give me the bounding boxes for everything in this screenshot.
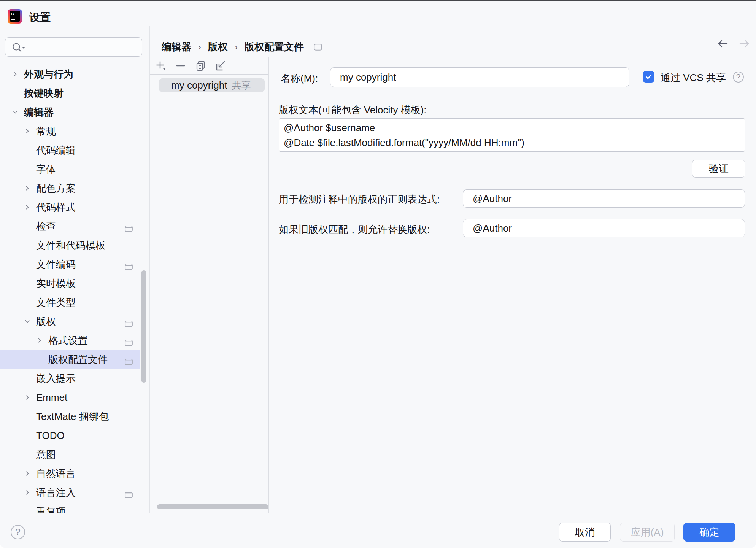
toolbar-separator (150, 74, 268, 75)
vcs-share-label: 通过 VCS 共享 (661, 71, 726, 84)
profile-name: my copyright (171, 79, 227, 91)
settings-dialog: IJ 设置 外观与行为按键映射编辑器常规代码编辑字体配色方案代码样式检查文件和代… (0, 0, 756, 548)
sidebar-item[interactable]: Emmet (0, 388, 140, 407)
sidebar-item-label: 意图 (36, 448, 56, 461)
sidebar-item-label: Emmet (36, 392, 67, 404)
header-separator (150, 57, 756, 57)
sidebar-item-label: 编辑器 (24, 106, 54, 119)
sidebar-item[interactable]: 重复项 (0, 502, 140, 513)
chevron-right-icon[interactable] (24, 185, 31, 191)
sidebar-item-label: 文件编码 (36, 258, 76, 271)
sidebar-item-label: TextMate 捆绑包 (36, 410, 109, 423)
validate-button[interactable]: 验证 (692, 160, 745, 178)
sidebar-item[interactable]: 按键映射 (0, 84, 140, 103)
sidebar-item-label: 格式设置 (48, 334, 88, 347)
profiles-divider (268, 57, 269, 513)
dialog-title: 设置 (29, 10, 51, 25)
chevron-right-icon[interactable] (24, 394, 31, 400)
sidebar-item[interactable]: 意图 (0, 445, 140, 464)
profile-shared-badge: 共享 (232, 79, 251, 92)
copyright-line: @Date $file.lastModified.format("yyyy/MM… (284, 135, 740, 150)
settings-window-icon (125, 356, 133, 368)
search-icon (12, 43, 26, 52)
sidebar-item-label: 自然语言 (36, 467, 76, 480)
vcs-share-checkbox[interactable] (643, 71, 654, 83)
duplicate-icon[interactable] (194, 59, 208, 73)
back-arrow-icon[interactable] (717, 39, 728, 48)
footer-separator (0, 513, 756, 513)
sidebar-item[interactable]: TODO (0, 426, 140, 445)
ok-button[interactable]: 确定 (683, 523, 735, 542)
breadcrumb-editor[interactable]: 编辑器 (162, 40, 191, 54)
sidebar-item[interactable]: 文件编码 (0, 255, 140, 274)
profile-list-item[interactable]: my copyright 共享 (159, 78, 265, 92)
sidebar-item-label: 文件和代码模板 (36, 239, 105, 252)
sidebar-item[interactable]: 实时模板 (0, 274, 140, 293)
sidebar-item[interactable]: 文件类型 (0, 293, 140, 312)
checkmark-icon (645, 73, 653, 81)
chevron-right-icon[interactable] (24, 128, 31, 134)
sidebar-item-label: 外观与行为 (24, 68, 73, 81)
regex-detect-input[interactable] (463, 189, 745, 208)
breadcrumb: 编辑器 › 版权 › 版权配置文件 (162, 40, 322, 54)
sidebar-item[interactable]: 代码编辑 (0, 141, 140, 160)
add-icon[interactable] (154, 59, 167, 73)
forward-arrow-icon[interactable] (739, 39, 750, 48)
copyright-text-editor[interactable]: @Author $username @Date $file.lastModifi… (279, 118, 745, 152)
sidebar-item[interactable]: 版权配置文件 (0, 350, 140, 369)
sidebar-item-label: TODO (36, 430, 65, 442)
breadcrumb-separator: › (235, 42, 238, 52)
sidebar-item[interactable]: TextMate 捆绑包 (0, 407, 140, 426)
sidebar-item[interactable]: 常规 (0, 122, 140, 141)
sidebar-item-label: 配色方案 (36, 182, 76, 195)
sidebar-item[interactable]: 检查 (0, 217, 140, 236)
sidebar-item[interactable]: 外观与行为 (0, 65, 140, 84)
sidebar-item[interactable]: 语言注入 (0, 483, 140, 502)
sidebar-item-label: 代码编辑 (36, 144, 76, 157)
sidebar-item[interactable]: 编辑器 (0, 103, 140, 122)
name-label: 名称(M): (281, 72, 318, 85)
sidebar-item[interactable]: 自然语言 (0, 464, 140, 483)
sidebar-item-label: 版权 (36, 315, 56, 328)
name-input[interactable] (330, 67, 629, 87)
settings-window-icon (125, 223, 133, 235)
sidebar-item[interactable]: 配色方案 (0, 179, 140, 198)
copyright-text-label: 版权文本(可能包含 Velocity 模板): (279, 103, 427, 117)
chevron-right-icon[interactable] (11, 71, 19, 77)
settings-tree: 外观与行为按键映射编辑器常规代码编辑字体配色方案代码样式检查文件和代码模板文件编… (0, 65, 149, 513)
search-input[interactable] (5, 37, 142, 57)
sidebar-item[interactable]: 格式设置 (0, 331, 140, 350)
chevron-right-icon[interactable] (24, 470, 31, 477)
sidebar-item-label: 检查 (36, 220, 56, 233)
sidebar-item[interactable]: 字体 (0, 160, 140, 179)
vcs-help-icon[interactable]: ? (733, 72, 744, 83)
sidebar-scrollbar[interactable] (141, 270, 146, 383)
intellij-logo-icon: IJ (8, 9, 22, 24)
regex-replace-input[interactable] (463, 219, 745, 237)
sidebar-item[interactable]: 代码样式 (0, 198, 140, 217)
settings-sidebar: 外观与行为按键映射编辑器常规代码编辑字体配色方案代码样式检查文件和代码模板文件编… (0, 26, 149, 513)
import-icon[interactable] (214, 59, 228, 73)
apply-button[interactable]: 应用(A) (620, 523, 675, 542)
chevron-down-icon[interactable] (11, 109, 19, 115)
copyright-line: @Author $username (284, 121, 740, 135)
remove-icon[interactable] (174, 59, 187, 73)
regex-detect-label: 用于检测注释中的版权的正则表达式: (279, 193, 440, 206)
breadcrumb-copyright[interactable]: 版权 (208, 40, 228, 54)
sidebar-divider (149, 26, 150, 513)
chevron-right-icon[interactable] (24, 204, 31, 210)
sidebar-item-label: 嵌入提示 (36, 372, 76, 385)
cancel-button[interactable]: 取消 (559, 523, 611, 542)
chevron-down-icon[interactable] (24, 318, 31, 324)
sidebar-item[interactable]: 版权 (0, 312, 140, 331)
sidebar-item[interactable]: 嵌入提示 (0, 369, 140, 388)
profiles-horizontal-scrollbar[interactable] (157, 504, 268, 509)
help-icon[interactable]: ? (11, 525, 25, 539)
sidebar-item-label: 字体 (36, 163, 56, 176)
sidebar-item-label: 代码样式 (36, 201, 76, 214)
breadcrumb-separator: › (198, 42, 201, 52)
sidebar-item[interactable]: 文件和代码模板 (0, 236, 140, 255)
settings-window-icon (125, 337, 133, 349)
chevron-right-icon[interactable] (36, 337, 43, 343)
chevron-right-icon[interactable] (24, 489, 31, 496)
